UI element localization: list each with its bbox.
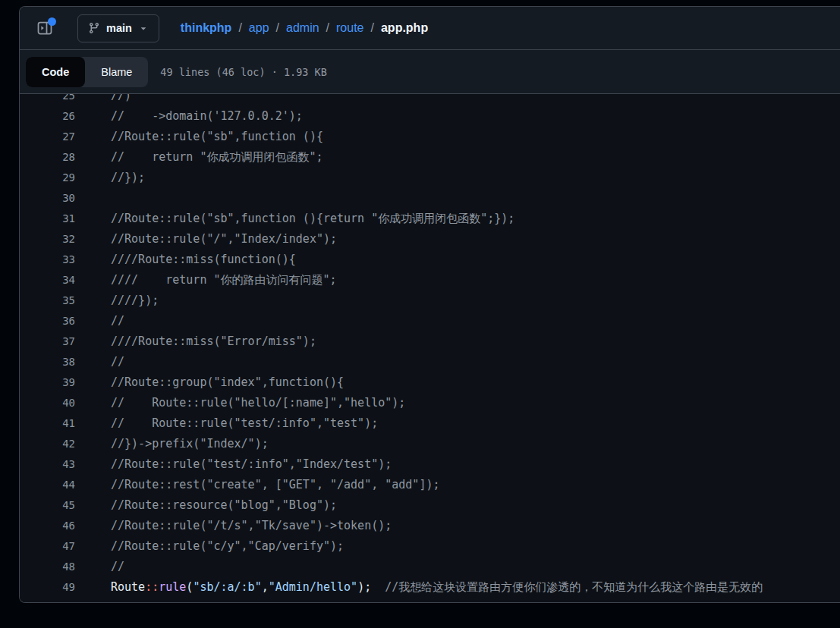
line-number[interactable]: 38 xyxy=(20,352,75,372)
line-number[interactable]: 48 xyxy=(20,557,75,577)
line-number[interactable]: 28 xyxy=(20,147,75,168)
line-content: ////Route::miss("Error/miss"); xyxy=(75,331,316,352)
chevron-down-icon xyxy=(138,23,149,33)
tab-code[interactable]: Code xyxy=(26,57,85,87)
blob-toolbar: Code Blame 49 lines (46 loc) · 1.93 KB xyxy=(20,50,840,94)
line-number[interactable]: 26 xyxy=(20,106,75,127)
page-background: { "header": { "branch": { "label": "main… xyxy=(0,0,840,628)
line-number[interactable]: 42 xyxy=(20,434,75,454)
line-number[interactable]: 44 xyxy=(20,475,75,495)
line-number[interactable]: 36 xyxy=(20,311,75,331)
code-line: 26// ->domain('127.0.0.2'); xyxy=(20,106,840,127)
line-content: ////Route::miss(function(){ xyxy=(75,250,296,270)
code-line: 31//Route::rule("sb",function (){return … xyxy=(20,209,840,229)
line-content: //Route::rest("create", ["GET", "/add", … xyxy=(75,475,439,495)
code-line: 46//Route::rule("/t/s","Tk/save")->token… xyxy=(20,516,840,536)
code-line: 28// return "你成功调用闭包函数"; xyxy=(20,147,840,168)
code-line: 43//Route::rule("test/:info","Index/test… xyxy=(20,454,840,475)
breadcrumb-segment-app[interactable]: app xyxy=(249,21,269,35)
code-line: 39//Route::group("index",function(){ xyxy=(20,372,840,393)
branch-name: main xyxy=(106,22,132,34)
breadcrumb-separator: / xyxy=(319,21,336,35)
line-content: // ->domain('127.0.0.2'); xyxy=(75,106,303,127)
sidebar-expand-button[interactable] xyxy=(32,17,58,39)
line-number[interactable]: 45 xyxy=(20,495,75,516)
code-line: 42//})->prefix("Index/"); xyxy=(20,434,840,454)
line-number[interactable]: 30 xyxy=(20,188,75,209)
line-content: //Route::group("index",function(){ xyxy=(75,372,344,393)
line-number[interactable]: 37 xyxy=(20,331,75,352)
line-number[interactable]: 41 xyxy=(20,413,75,434)
code-line: 38// xyxy=(20,352,840,372)
breadcrumb-separator: / xyxy=(364,21,381,35)
line-number[interactable]: 40 xyxy=(20,393,75,413)
code-line: 37////Route::miss("Error/miss"); xyxy=(20,331,840,352)
line-content: //Route::rule("/","Index/index"); xyxy=(75,229,337,250)
code-lines: 25//)26// ->domain('127.0.0.2');27//Rout… xyxy=(20,94,840,598)
line-content: //Route::rule("sb",function (){return "你… xyxy=(75,209,514,229)
file-info: 49 lines (46 loc) · 1.93 KB xyxy=(160,66,326,78)
tab-blame[interactable]: Blame xyxy=(85,57,148,87)
line-content: //}); xyxy=(75,168,145,188)
code-line: 33////Route::miss(function(){ xyxy=(20,250,840,270)
code-line: 40// Route::rule("hello/[:name]","hello"… xyxy=(20,393,840,413)
branch-selector-button[interactable]: main xyxy=(77,14,159,42)
line-number[interactable]: 32 xyxy=(20,229,75,250)
code-line: 29//}); xyxy=(20,168,840,188)
line-content: //Route::rule("/t/s","Tk/save")->token()… xyxy=(75,516,392,536)
code-line: 48// xyxy=(20,557,840,577)
code-blame-toggle: Code Blame xyxy=(26,57,148,87)
code-line: 35////}); xyxy=(20,290,840,311)
code-line: 30 xyxy=(20,188,840,209)
line-content: // Route::rule("test/:info","test"); xyxy=(75,413,378,434)
line-content: //Route::rule("c/y","Cap/verify"); xyxy=(75,536,344,557)
line-number[interactable]: 29 xyxy=(20,168,75,188)
line-number[interactable]: 49 xyxy=(20,577,75,598)
code-line: 41// Route::rule("test/:info","test"); xyxy=(20,413,840,434)
line-content: //Route::rule("test/:info","Index/test")… xyxy=(75,454,392,475)
line-content: //Route::resource("blog","Blog"); xyxy=(75,495,337,516)
line-number[interactable]: 43 xyxy=(20,454,75,475)
line-number[interactable]: 31 xyxy=(20,209,75,229)
line-number[interactable]: 39 xyxy=(20,372,75,393)
line-content: ////}); xyxy=(75,290,159,311)
breadcrumb-file-name: app.php xyxy=(381,21,428,35)
code-line: 44//Route::rest("create", ["GET", "/add"… xyxy=(20,475,840,495)
breadcrumb-repo-link[interactable]: thinkphp xyxy=(181,21,232,35)
line-content xyxy=(75,188,111,209)
line-content: //) xyxy=(75,94,131,106)
line-number[interactable]: 25 xyxy=(20,94,75,106)
line-content: Route::rule("sb/:a/:b","Admin/hello"); /… xyxy=(75,577,763,598)
line-number[interactable]: 46 xyxy=(20,516,75,536)
notification-dot xyxy=(48,17,56,26)
line-number[interactable]: 27 xyxy=(20,127,75,147)
line-content: // return "你成功调用闭包函数"; xyxy=(75,147,323,168)
line-content: // xyxy=(75,557,124,577)
line-number[interactable]: 35 xyxy=(20,290,75,311)
code-line: 25//) xyxy=(20,94,840,106)
breadcrumb-segment-route[interactable]: route xyxy=(336,21,363,35)
breadcrumb-segment-admin[interactable]: admin xyxy=(286,21,319,35)
breadcrumb-separator: / xyxy=(231,21,248,35)
line-content: // xyxy=(75,311,124,331)
code-line: 36// xyxy=(20,311,840,331)
line-content: //Route::rule("sb",function (){ xyxy=(75,127,323,147)
code-line: 47//Route::rule("c/y","Cap/verify"); xyxy=(20,536,840,557)
line-content: //// return "你的路由访问有问题"; xyxy=(75,270,337,290)
line-content: //})->prefix("Index/"); xyxy=(75,434,269,454)
code-line: 27//Route::rule("sb",function (){ xyxy=(20,127,840,147)
line-content: // xyxy=(75,352,124,372)
breadcrumb-separator: / xyxy=(269,21,286,35)
line-content: // Route::rule("hello/[:name]","hello"); xyxy=(75,393,405,413)
git-branch-icon xyxy=(88,22,100,34)
line-number[interactable]: 47 xyxy=(20,536,75,557)
line-number[interactable]: 33 xyxy=(20,250,75,270)
code-line: 34//// return "你的路由访问有问题"; xyxy=(20,270,840,290)
breadcrumb: thinkphp / app / admin / route / app.php xyxy=(181,21,428,35)
code-panel: 25//)26// ->domain('127.0.0.2');27//Rout… xyxy=(20,94,840,602)
code-line: 32//Route::rule("/","Index/index"); xyxy=(20,229,840,250)
file-view-container: main thinkphp / app / admin / route / ap… xyxy=(19,6,840,603)
line-number[interactable]: 34 xyxy=(20,270,75,290)
code-line: 49Route::rule("sb/:a/:b","Admin/hello");… xyxy=(20,577,840,598)
code-line: 45//Route::resource("blog","Blog"); xyxy=(20,495,840,516)
